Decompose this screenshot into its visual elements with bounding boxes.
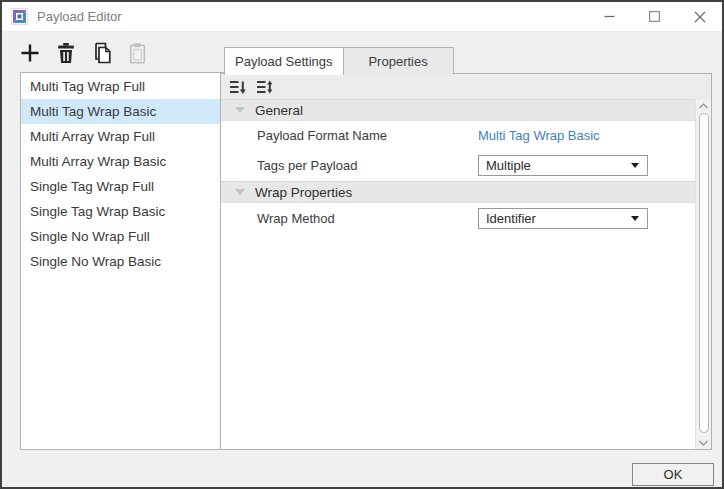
collapse-arrow-icon xyxy=(235,107,245,113)
paste-payload-button[interactable] xyxy=(124,39,151,66)
dropdown-value: Multiple xyxy=(486,158,531,173)
maximize-icon xyxy=(649,11,660,22)
maximize-button[interactable] xyxy=(632,2,677,31)
list-item[interactable]: Single No Wrap Full xyxy=(21,224,231,249)
payload-toolbar xyxy=(16,39,151,66)
categorize-button[interactable] xyxy=(255,77,275,97)
sort-button[interactable] xyxy=(228,77,248,97)
payload-format-list: Multi Tag Wrap Full Multi Tag Wrap Basic… xyxy=(20,72,232,450)
minimize-icon xyxy=(604,11,615,22)
list-item[interactable]: Multi Array Wrap Full xyxy=(21,124,231,149)
minimize-button[interactable] xyxy=(587,2,632,31)
list-item-selected[interactable]: Multi Tag Wrap Basic xyxy=(21,99,231,124)
close-icon xyxy=(694,11,706,23)
payload-format-name-link[interactable]: Multi Tag Wrap Basic xyxy=(478,128,600,143)
payload-settings-panel: General Payload Format Name Multi Tag Wr… xyxy=(220,73,712,450)
payload-editor-window: Payload Editor xyxy=(0,0,724,489)
copy-icon xyxy=(92,42,112,64)
tab-payload-settings[interactable]: Payload Settings xyxy=(224,47,344,75)
property-label: Wrap Method xyxy=(221,211,478,226)
property-row: Wrap Method Identifier xyxy=(221,203,695,234)
dropdown-value: Identifier xyxy=(486,211,536,226)
property-grid: General Payload Format Name Multi Tag Wr… xyxy=(221,99,695,449)
copy-payload-button[interactable] xyxy=(88,39,115,66)
property-row: Tags per Payload Multiple xyxy=(221,150,695,181)
wrap-method-dropdown[interactable]: Identifier xyxy=(478,208,648,229)
scrollbar-thumb[interactable] xyxy=(699,113,709,433)
title-bar: Payload Editor xyxy=(2,2,722,32)
property-label: Tags per Payload xyxy=(221,158,478,173)
collapse-arrow-icon xyxy=(235,189,245,195)
plus-icon xyxy=(19,42,41,64)
list-item[interactable]: Multi Array Wrap Basic xyxy=(21,149,231,174)
list-item[interactable]: Multi Tag Wrap Full xyxy=(21,74,231,99)
window-title: Payload Editor xyxy=(37,9,122,24)
window-controls xyxy=(587,2,722,31)
property-row: Payload Format Name Multi Tag Wrap Basic xyxy=(221,121,695,150)
tab-properties[interactable]: Properties xyxy=(344,47,454,74)
chevron-up-icon xyxy=(699,103,708,109)
paste-icon xyxy=(128,42,147,64)
add-payload-button[interactable] xyxy=(16,39,43,66)
scroll-up-button[interactable] xyxy=(696,99,711,112)
sort-ascending-descending-icon xyxy=(256,79,274,95)
chevron-down-icon xyxy=(631,163,639,168)
section-header-wrap-properties[interactable]: Wrap Properties xyxy=(221,181,695,203)
list-item[interactable]: Single Tag Wrap Basic xyxy=(21,199,231,224)
tags-per-payload-dropdown[interactable]: Multiple xyxy=(478,155,648,176)
section-title: Wrap Properties xyxy=(255,185,352,200)
close-button[interactable] xyxy=(677,2,722,31)
property-label: Payload Format Name xyxy=(221,128,478,143)
chevron-down-icon xyxy=(699,440,708,446)
chevron-down-icon xyxy=(631,216,639,221)
section-title: General xyxy=(255,103,303,118)
section-header-general[interactable]: General xyxy=(221,99,695,121)
ok-button[interactable]: OK xyxy=(632,463,714,486)
scroll-down-button[interactable] xyxy=(696,436,711,449)
vertical-scrollbar[interactable] xyxy=(695,99,711,449)
list-item[interactable]: Single No Wrap Basic xyxy=(21,249,231,274)
trash-icon xyxy=(56,42,76,64)
settings-tab-bar: Payload Settings Properties xyxy=(224,47,454,74)
list-item[interactable]: Single Tag Wrap Full xyxy=(21,174,231,199)
property-grid-toolbar xyxy=(221,74,711,99)
delete-payload-button[interactable] xyxy=(52,39,79,66)
app-logo-icon xyxy=(11,8,28,25)
sort-descending-icon xyxy=(229,79,247,95)
